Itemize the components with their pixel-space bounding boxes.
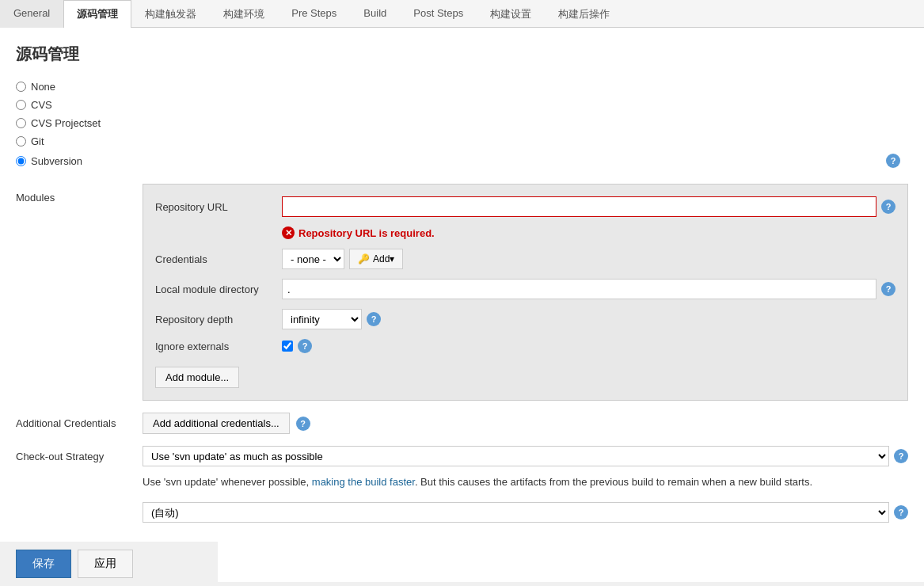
add-button-label: Add▾: [373, 253, 394, 264]
checkout-strategy-label: Check-out Strategy: [16, 451, 143, 462]
radio-git: Git: [16, 135, 908, 147]
repo-url-error: ✕ Repository URL is required.: [282, 226, 895, 239]
repo-url-row: Repository URL ?: [155, 196, 895, 217]
repo-url-input[interactable]: [282, 196, 876, 217]
tab-build[interactable]: Build: [350, 0, 400, 28]
credentials-row: Credentials - none - 🔑 Add▾: [155, 249, 895, 269]
radio-none-input[interactable]: [16, 82, 26, 92]
repo-url-wrap: ?: [282, 196, 895, 217]
radio-svn-label[interactable]: Subversion: [31, 155, 82, 167]
radio-none: None: [16, 81, 908, 93]
add-additional-cred-button[interactable]: Add additional credentials...: [143, 413, 290, 434]
auto-help-icon[interactable]: ?: [894, 505, 908, 519]
radio-cvs: CVS: [16, 99, 908, 111]
tab-bar: General 源码管理 构建触发器 构建环境 Pre Steps Build …: [0, 0, 924, 28]
scm-radio-group: None CVS CVS Projectset Git Subversion ?: [16, 81, 908, 168]
page-content: 源码管理 None CVS CVS Projectset Git Subvers…: [0, 28, 924, 582]
apply-button[interactable]: 应用: [78, 550, 133, 578]
save-button[interactable]: 保存: [16, 550, 71, 578]
checkout-strategy-select[interactable]: Use 'svn update' as much as possible Alw…: [143, 446, 889, 466]
radio-git-label[interactable]: Git: [31, 135, 44, 147]
tab-general[interactable]: General: [0, 0, 63, 28]
credentials-select[interactable]: - none -: [282, 249, 344, 269]
repo-depth-row: Repository depth infinity immediates fil…: [155, 309, 895, 329]
credentials-wrap: - none - 🔑 Add▾: [282, 249, 895, 269]
repo-url-label: Repository URL: [155, 201, 282, 213]
local-dir-wrap: ?: [282, 279, 895, 299]
radio-cvs-projectset: CVS Projectset: [16, 117, 908, 129]
ignore-ext-label: Ignore externals: [155, 341, 282, 352]
add-module-button[interactable]: Add module...: [155, 367, 239, 388]
radio-cvs-label[interactable]: CVS: [31, 99, 52, 111]
repo-depth-label: Repository depth: [155, 314, 282, 325]
auto-select-wrap: (自动) ?: [143, 502, 908, 523]
error-text: Repository URL is required.: [298, 227, 435, 239]
additional-cred-help-icon[interactable]: ?: [296, 417, 310, 431]
credentials-add-button[interactable]: 🔑 Add▾: [349, 249, 403, 269]
tab-presteps[interactable]: Pre Steps: [278, 0, 350, 28]
ignore-ext-checkbox[interactable]: [282, 341, 293, 352]
checkout-help-icon[interactable]: ?: [894, 449, 908, 463]
repo-depth-select[interactable]: infinity immediates files empty: [282, 309, 362, 329]
tab-poststeps[interactable]: Post Steps: [400, 0, 477, 28]
description-part2: . But this causes the artifacts from the…: [415, 476, 812, 488]
radio-cvs-input[interactable]: [16, 100, 26, 110]
checkout-strategy-row: Check-out Strategy Use 'svn update' as m…: [16, 446, 908, 466]
ignore-ext-help-icon[interactable]: ?: [298, 339, 312, 353]
credentials-label: Credentials: [155, 253, 282, 265]
checkout-select-wrap: Use 'svn update' as much as possible Alw…: [143, 446, 908, 466]
local-dir-help-icon[interactable]: ?: [881, 282, 895, 296]
auto-section-row: (自动) ?: [16, 502, 908, 523]
tab-source[interactable]: 源码管理: [63, 0, 131, 28]
tab-settings[interactable]: 构建设置: [477, 0, 545, 28]
repo-depth-help-icon[interactable]: ?: [367, 312, 381, 326]
ignore-ext-row: Ignore externals ?: [155, 339, 895, 353]
modules-section: Modules Repository URL ? ✕ Repository UR…: [16, 184, 908, 401]
description-part1: Use 'svn update' whenever possible,: [143, 476, 312, 488]
tab-postbuild[interactable]: 构建后操作: [545, 0, 623, 28]
radio-subversion: Subversion: [16, 155, 82, 167]
radio-git-input[interactable]: [16, 136, 26, 146]
radio-none-label[interactable]: None: [31, 81, 55, 93]
description-link[interactable]: making the build faster: [312, 476, 415, 488]
error-circle-icon: ✕: [282, 226, 295, 239]
modules-content: Repository URL ? ✕ Repository URL is req…: [143, 184, 908, 401]
modules-label: Modules: [16, 184, 143, 401]
tab-trigger[interactable]: 构建触发器: [131, 0, 210, 28]
key-icon: 🔑: [358, 253, 370, 264]
radio-svn-input[interactable]: [16, 156, 26, 166]
ignore-ext-wrap: ?: [282, 339, 895, 353]
repo-depth-wrap: infinity immediates files empty ?: [282, 309, 895, 329]
local-dir-row: Local module directory ?: [155, 279, 895, 299]
auto-select[interactable]: (自动): [143, 502, 889, 523]
additional-cred-label: Additional Credentials: [16, 417, 143, 429]
subversion-help-icon[interactable]: ?: [886, 154, 900, 168]
local-dir-input[interactable]: [282, 279, 876, 299]
local-dir-label: Local module directory: [155, 283, 282, 295]
bottom-buttons: 保存 应用: [0, 542, 218, 582]
page-title: 源码管理: [16, 44, 908, 65]
repo-url-help-icon[interactable]: ?: [881, 200, 895, 214]
tab-env[interactable]: 构建环境: [210, 0, 278, 28]
additional-cred-content: Add additional credentials... ?: [143, 413, 908, 434]
radio-cvs-ps-input[interactable]: [16, 118, 26, 128]
additional-credentials-row: Additional Credentials Add additional cr…: [16, 413, 908, 434]
radio-cvs-ps-label[interactable]: CVS Projectset: [31, 117, 101, 129]
checkout-description: Use 'svn update' whenever possible, maki…: [143, 474, 908, 490]
